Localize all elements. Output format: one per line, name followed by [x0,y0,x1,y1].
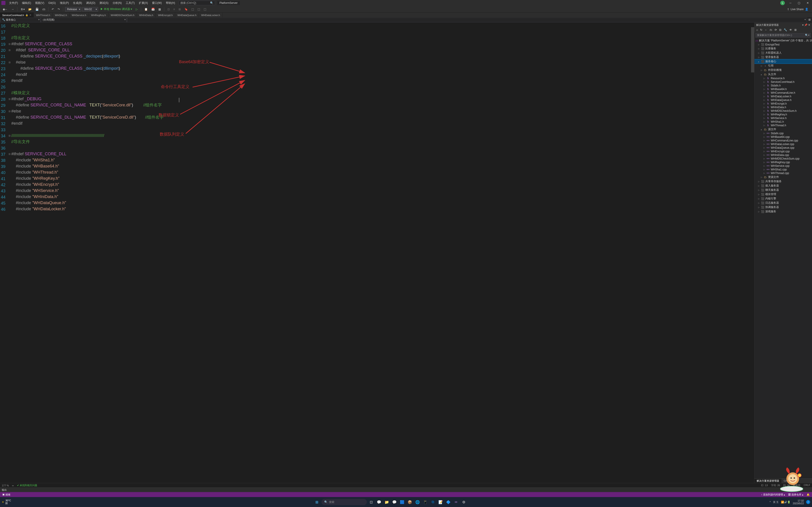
document-tab[interactable]: WHDataLocker.h [199,13,222,17]
tree-item[interactable]: ▷hWHDataQueue.h [754,98,812,102]
platform-dropdown[interactable]: Win32 [82,7,98,11]
redo-icon[interactable]: ↷ [56,7,61,11]
menu-edit[interactable]: 编辑(E) [20,0,33,6]
maximize-button[interactable]: ▢ [796,0,802,5]
tree-item[interactable]: ▷▫引用 [754,64,812,68]
tree-item[interactable]: ▷++WHRegKey.cpp [754,161,812,164]
menu-help[interactable]: 帮助(H) [164,0,177,6]
wechat-icon[interactable]: 💬 [391,499,398,505]
config-dropdown[interactable]: Release [65,7,81,11]
user-avatar[interactable]: L [780,1,785,5]
explorer-icon[interactable]: 📁 [384,499,390,505]
tree-item[interactable]: ▷hWHEncrypt.h [754,102,812,106]
tree-item[interactable]: 🗃解决方案 'PlatformServer' (16 个项目，共 16 个) [754,39,812,43]
ptb-props-icon[interactable]: 🔧 [783,28,788,32]
tree-item[interactable]: ▷⬛游戏服务 [754,209,812,214]
tree-item[interactable]: ▷++WHDataLocker.cpp [754,143,812,146]
tb-icon-1[interactable]: 📋 [143,7,149,11]
tree-item[interactable]: ▷hWHBase64.h [754,88,812,91]
menu-extensions[interactable]: 扩展(X) [137,0,150,6]
nav-fwd-icon[interactable]: → [10,7,15,11]
output-panel-header[interactable]: 输出 [0,488,812,492]
document-tab[interactable]: ServiceCoreHead.h 🔒 ✕ [0,13,34,17]
tb-icon-8[interactable]: ⬚ [190,7,195,11]
vs-icon[interactable]: ∞ [453,499,459,505]
tree-item[interactable]: ▷⬛内核引擎 [754,196,812,201]
menu-file[interactable]: 文件(F) [7,0,20,6]
nav-scope-dropdown[interactable]: 🔧 服务核心 [0,18,41,22]
admin-icon[interactable]: 👤 [805,8,808,11]
tb-icon-3[interactable]: ▦ [157,7,162,11]
task-view-icon[interactable]: ⊡ [368,499,374,505]
document-tab[interactable]: WHRegKey.h [89,13,108,17]
tree-item[interactable]: ▷hWHDataLocker.h [754,95,812,98]
menu-build[interactable]: 生成(B) [71,0,84,6]
document-tab[interactable]: WHService.h [69,13,89,17]
document-tab[interactable]: WHEncrypt.h [156,13,175,17]
menu-window[interactable]: 窗口(W) [150,0,164,6]
tree-item[interactable]: ▷++WHThread.cpp [754,171,812,175]
tree-item[interactable]: ▷⬛日志服务器 [754,201,812,205]
document-tab[interactable]: WHDataQueue.h [175,13,199,17]
tree-item[interactable]: ▷++WHDataQueue.cpp [754,146,812,150]
tree-item[interactable]: ▷hWHThread.h [754,124,812,127]
tree-item[interactable]: ▷hResource.h [754,76,812,80]
menu-tools[interactable]: 工具(T) [124,0,136,6]
tree-item[interactable]: ▷⬛登录服务器 [754,55,812,59]
panel-close-icon[interactable]: ✕ [808,23,810,26]
tab-git-changes[interactable]: Git 更改 [781,479,795,483]
notifications-icon[interactable]: 🔔 [807,493,810,496]
tree-item[interactable]: ▷hStdafx.h [754,84,812,88]
edge-icon[interactable]: 🌐 [414,499,421,505]
app-icon[interactable]: 🔷 [445,499,452,505]
ptb-home-icon[interactable]: ⌂ [755,28,759,32]
document-tab[interactable]: WHThread.h [34,13,53,17]
start-button[interactable]: ⊞ [314,499,320,505]
tb-icon-10[interactable]: ⬚ [202,7,208,11]
tree-item[interactable]: ▷⬛共享库存服务 [754,179,812,183]
tray-ime[interactable]: 英 五 [773,500,779,504]
tree-item[interactable]: ▷⬛模块管理 [754,192,812,196]
ptb-back-icon[interactable]: ← [764,28,768,32]
widgets-icon[interactable]: 💬 [376,499,382,505]
solution-search-input[interactable]: 搜索解决方案资源管理器(Ctrl+;) 🔍▾ [755,33,811,38]
status-loop-icon[interactable]: ∞ [12,484,14,487]
undo-icon[interactable]: ↶ [50,7,55,11]
close-button[interactable]: ✕ [805,0,811,5]
global-search-input[interactable]: 搜索 (Ctrl+Q) 🔍 [179,1,215,5]
menu-project[interactable]: 项目(P) [58,0,71,6]
tree-item[interactable]: ▴⬛服务核心 [754,59,812,64]
ptb-preview-icon[interactable]: 👁 [789,28,793,32]
ptb-collapse-icon[interactable]: ⊟ [778,28,782,32]
tree-item[interactable]: ▷hWHRegKey.h [754,113,812,116]
tree-item[interactable]: ▷++WHBase64.cpp [754,135,812,139]
tree-item[interactable]: ▷++WHIniData.cpp [754,153,812,157]
tray-up-icon[interactable]: ^ [770,501,771,503]
tree-item[interactable]: ▷⬛大联盟机器人 [754,51,812,55]
tb-icon-6[interactable]: ⊞ [177,7,182,11]
tree-item[interactable]: ▷⬛比赛服务 [754,46,812,51]
tree-item[interactable]: ▷++Stdafx.cpp [754,131,812,135]
notepad-icon[interactable]: 📝 [438,499,444,505]
solution-tree[interactable]: 🗃解决方案 'PlatformServer' (16 个项目，共 16 个)▷⬛… [754,38,812,478]
tree-item[interactable]: ▷hServiceCoreHead.h [754,80,812,84]
nav-member-dropdown[interactable] [127,18,807,22]
code-content[interactable]: //公共定义 //导出定义#ifndef SERVICE_CORE_CLASS … [11,23,751,483]
tree-item[interactable]: ▷⬛聊天服务器 [754,188,812,192]
tree-item[interactable]: ▷hWHService.h [754,116,812,120]
tree-item[interactable]: ▷hWHMD5CheckSum.h [754,109,812,113]
tb-icon-9[interactable]: ⬚ [196,7,201,11]
panel-pin-icon[interactable]: 📌 [804,23,807,26]
tb-icon-7[interactable]: 🔖 [183,7,189,11]
weather-widget[interactable]: ☀ 30°C阴 [2,499,11,505]
program-icon[interactable]: 🟦 [399,499,405,505]
panel-dropdown-icon[interactable]: ▾ [802,23,804,26]
save-all-icon[interactable]: 🗃 [41,7,46,11]
tree-item[interactable]: ▷hWHCommandLine.h [754,91,812,95]
menu-test[interactable]: 测试(S) [98,0,110,6]
vmware-icon[interactable]: 📦 [407,499,413,505]
start-debug-button[interactable]: ▶ 本地 Windows 调试器 ▾ [99,7,134,11]
tree-item[interactable]: ▷⬛EncryptTest [754,43,812,46]
tree-item[interactable]: ▷hWHSha1.h [754,120,812,124]
save-icon[interactable]: 💾 [34,7,40,11]
